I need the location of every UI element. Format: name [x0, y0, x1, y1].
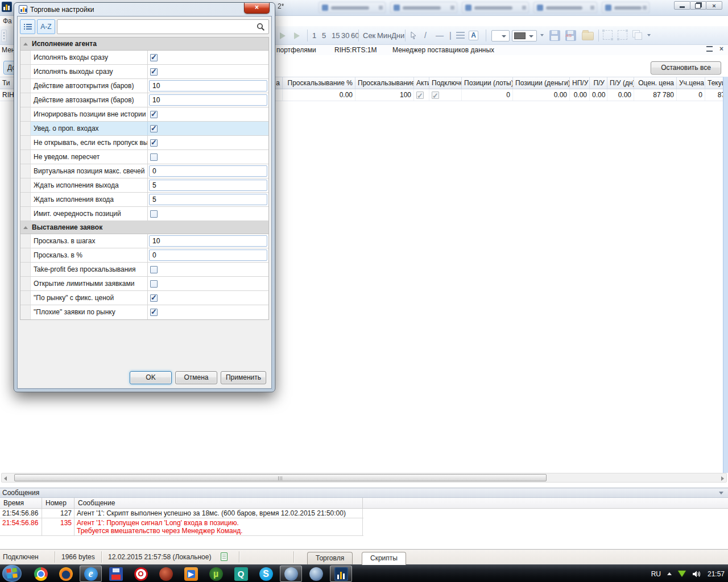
search-input[interactable]: [60, 21, 254, 32]
checkbox[interactable]: [150, 125, 158, 132]
tray-expand-icon[interactable]: [667, 572, 672, 575]
messages-col-number[interactable]: Номер: [42, 498, 75, 508]
document-tab-blurred[interactable]: [390, 2, 457, 13]
doc-tab[interactable]: портфелями: [276, 46, 316, 54]
color-dropdown[interactable]: [512, 30, 537, 41]
property-row[interactable]: Ждать исполнения выхода: [20, 178, 268, 193]
tab-close-icon[interactable]: [450, 6, 454, 10]
ok-button[interactable]: OK: [130, 371, 172, 384]
skype-icon[interactable]: S: [255, 566, 277, 582]
minimize-button[interactable]: [674, 1, 690, 10]
layers-icon[interactable]: [632, 30, 642, 40]
messages-col-text[interactable]: Сообщение: [75, 498, 363, 508]
qip-icon[interactable]: Q: [230, 566, 252, 582]
tab-list-icon[interactable]: [706, 46, 713, 52]
toolbar-overflow-icon[interactable]: [540, 34, 544, 36]
restore-button[interactable]: [690, 1, 706, 10]
dialog-titlebar[interactable]: Торговые настройки: [14, 3, 275, 16]
text-annotation-icon[interactable]: A: [469, 31, 478, 40]
checkbox[interactable]: [150, 210, 158, 218]
property-row[interactable]: Не уведом. пересчет: [20, 150, 268, 164]
tab-close-icon[interactable]: [643, 6, 647, 10]
start-button[interactable]: [2, 565, 22, 582]
messages-col-time[interactable]: Время: [0, 498, 42, 508]
media-player-icon[interactable]: ▶: [180, 566, 202, 582]
tslab-icon[interactable]: [330, 566, 352, 582]
column-header[interactable]: П/У: [590, 77, 607, 89]
document-tab-blurred[interactable]: [533, 2, 597, 13]
document-tab-blurred[interactable]: [318, 2, 386, 13]
dialog-close-button[interactable]: ×: [244, 3, 270, 14]
message-row[interactable]: 21:54:56.86135Агент '1': Пропущен сигнал…: [0, 518, 363, 536]
hline-tool-icon[interactable]: —: [436, 31, 444, 40]
property-section-header[interactable]: Выставление заявок: [20, 221, 268, 234]
collapse-messages-icon[interactable]: [719, 492, 723, 494]
open-icon[interactable]: [582, 30, 594, 40]
firefox-icon[interactable]: [55, 566, 77, 582]
categorized-view-button[interactable]: [20, 19, 35, 34]
column-header[interactable]: Акти: [414, 77, 429, 89]
property-row[interactable]: "По рынку" с фикс. ценой: [20, 291, 268, 305]
column-header[interactable]: НП/У: [570, 77, 590, 89]
download-status-icon[interactable]: [678, 571, 686, 577]
interval-button-15[interactable]: 15: [332, 31, 340, 40]
chrome-icon[interactable]: [30, 566, 52, 582]
internet-explorer-icon[interactable]: e: [80, 566, 102, 582]
globe-app-icon[interactable]: [280, 566, 302, 582]
interval-button-1[interactable]: 1: [312, 31, 316, 40]
value-input[interactable]: [149, 94, 267, 106]
document-tab-blurred[interactable]: [462, 2, 529, 13]
tab-close-icon[interactable]: [590, 6, 594, 10]
property-row[interactable]: Открытие лимитными заявками: [20, 277, 268, 291]
file-menu-fragment[interactable]: Фа: [3, 17, 12, 25]
play-all-icon[interactable]: [294, 32, 300, 39]
close-button[interactable]: ×: [706, 1, 722, 10]
apply-button[interactable]: Применить: [221, 371, 266, 384]
vline-tool-icon[interactable]: |: [449, 31, 452, 40]
column-header[interactable]: Подключе: [429, 77, 462, 89]
select-area-icon[interactable]: [603, 30, 613, 40]
checkbox[interactable]: [150, 309, 158, 316]
value-input[interactable]: [149, 165, 267, 177]
property-row[interactable]: Увед. о проп. входах: [20, 122, 268, 136]
toolbar-overflow-icon-2[interactable]: [647, 34, 651, 36]
checkbox[interactable]: [150, 153, 158, 161]
alphabetical-view-button[interactable]: A-Z: [37, 19, 55, 34]
utorrent-icon[interactable]: µ: [205, 566, 227, 582]
collapse-icon[interactable]: [20, 226, 31, 229]
collapse-icon[interactable]: [20, 43, 31, 45]
column-header[interactable]: Проскальзывание %: [283, 77, 355, 89]
checkbox[interactable]: [150, 139, 158, 147]
cursor-tool-icon[interactable]: [410, 31, 417, 39]
scrollbar-thumb[interactable]: [14, 474, 547, 481]
workspace-tab-inactive[interactable]: Торговля: [307, 552, 353, 565]
save-icon[interactable]: [549, 30, 560, 41]
select-all-icon[interactable]: [618, 30, 627, 40]
globe-app-icon-2[interactable]: [305, 566, 327, 582]
opera-icon[interactable]: O: [130, 566, 152, 582]
property-row[interactable]: Take-profit без проскальзывания: [20, 263, 268, 277]
property-row[interactable]: Ждать исполнения входа: [20, 193, 268, 207]
doc-tab[interactable]: Менеджер поставщиков данных: [392, 46, 494, 54]
toolbar-grip[interactable]: [1, 30, 7, 42]
interval-button-30[interactable]: 30: [341, 31, 349, 40]
save-as-icon[interactable]: AS: [565, 30, 576, 41]
property-row[interactable]: Проскальз. в %: [20, 248, 268, 263]
disk-app-icon[interactable]: [105, 566, 127, 582]
clock[interactable]: 21:57: [708, 570, 725, 578]
column-header[interactable]: Позиции (деньги): [513, 77, 570, 89]
scroll-left-icon[interactable]: [4, 476, 7, 481]
vertical-scrollbar[interactable]: [723, 77, 728, 473]
property-row[interactable]: Виртуальная позиция макс. свечей: [20, 164, 268, 178]
doc-tab-fragment[interactable]: Мен: [2, 46, 15, 54]
column-header[interactable]: Оцен. цена: [634, 77, 677, 89]
property-row[interactable]: Исполнять выходы сразу: [20, 65, 268, 79]
tab-close-icon[interactable]: [379, 6, 383, 10]
language-indicator[interactable]: RU: [651, 570, 661, 578]
checkbox[interactable]: [150, 54, 158, 61]
download-master-icon[interactable]: [155, 566, 177, 582]
interval-button-5[interactable]: 5: [322, 31, 326, 40]
close-tab-icon[interactable]: ×: [719, 46, 723, 52]
value-input[interactable]: [149, 235, 267, 247]
checkbox[interactable]: [150, 294, 158, 302]
